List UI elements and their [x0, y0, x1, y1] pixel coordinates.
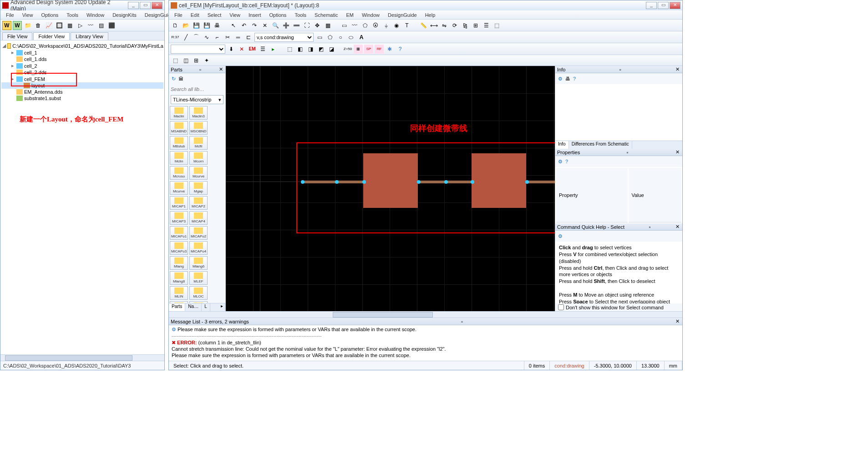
info-close-icon[interactable]: ✕: [675, 66, 680, 72]
tab-na[interactable]: Na…: [185, 303, 202, 311]
part-Mcorn[interactable]: Mcorn: [189, 151, 208, 165]
part-MSOBND[interactable]: MSOBND: [189, 121, 208, 135]
menu-view[interactable]: View: [19, 11, 37, 19]
pin-j2[interactable]: [362, 180, 366, 184]
print2-icon[interactable]: 🖶: [565, 76, 570, 81]
properties-table[interactable]: PropertyValue: [555, 167, 682, 223]
menu-view[interactable]: View: [226, 11, 244, 19]
tab-file-view[interactable]: File View: [2, 32, 32, 40]
3d-icon[interactable]: ⬚: [492, 21, 501, 30]
tree-item-cell_FEM[interactable]: ▸cell_FEM: [1, 76, 163, 82]
tree-collapse-icon[interactable]: ◢: [2, 43, 6, 49]
gear3-icon[interactable]: ⚙: [558, 233, 563, 239]
dont-show-checkbox[interactable]: Don't show this window for Select comman…: [555, 303, 682, 311]
cursor-icon[interactable]: ↖: [229, 21, 238, 30]
3dview2-icon[interactable]: ◨: [306, 45, 315, 54]
circle-icon[interactable]: ○: [336, 33, 345, 42]
sel3-icon[interactable]: ⊞: [192, 56, 201, 65]
ellipse-icon[interactable]: ⬭: [346, 33, 355, 42]
part-MLEF[interactable]: MLEF: [189, 271, 208, 285]
textA-icon[interactable]: A: [357, 33, 366, 42]
ruler-icon[interactable]: 📏: [419, 21, 428, 30]
place-icon[interactable]: ⬇: [227, 45, 236, 54]
history-icon[interactable]: ↻: [172, 76, 176, 82]
tree-item-cell_1-dds[interactable]: cell_1.dds: [1, 56, 163, 62]
tool-sim[interactable]: 〰: [86, 21, 95, 30]
grid-icon[interactable]: ▦: [323, 21, 332, 30]
part-MICAPo1[interactable]: MICAPo1: [170, 226, 188, 240]
tree-item-cell_2-dds[interactable]: cell_2.dds: [1, 69, 163, 76]
menu-options[interactable]: Options: [37, 11, 62, 19]
rf-icon[interactable]: RF: [375, 45, 384, 54]
part-MICAPo3[interactable]: MICAPo3: [170, 241, 188, 255]
part-Mgap[interactable]: Mgap: [189, 181, 208, 195]
menu-select[interactable]: Select: [204, 11, 225, 19]
gear-icon[interactable]: ⚙: [558, 76, 563, 82]
sp2-icon[interactable]: SP: [364, 45, 373, 54]
menu-designkits[interactable]: DesignKits: [109, 11, 140, 19]
tree-item-substrate1-subst[interactable]: substrate1.subst: [1, 95, 163, 101]
3dview4-icon[interactable]: ◪: [327, 45, 336, 54]
menu-window[interactable]: Window: [83, 11, 108, 19]
z50-icon[interactable]: Z=50: [343, 45, 352, 54]
help-pin-icon[interactable]: ▫: [647, 224, 652, 230]
cut-icon[interactable]: ✂: [223, 33, 232, 42]
arc-icon[interactable]: ⌒: [192, 33, 201, 42]
component-select[interactable]: [171, 45, 225, 54]
part-MICAP2[interactable]: MICAP2: [189, 196, 208, 210]
rect-icon[interactable]: ▭: [340, 21, 349, 30]
new-icon[interactable]: 🗋: [171, 21, 180, 30]
canvas-hscroll[interactable]: [169, 311, 682, 318]
tool-dds[interactable]: ▤: [96, 21, 106, 30]
3dview3-icon[interactable]: ◩: [316, 45, 325, 54]
r37-icon[interactable]: R:37: [171, 33, 180, 42]
part-MLOC[interactable]: MLOC: [189, 286, 208, 300]
menu-tools[interactable]: Tools: [63, 11, 82, 19]
line-icon[interactable]: ╱: [181, 33, 190, 42]
help3-icon[interactable]: ?: [565, 159, 568, 164]
pin-j1[interactable]: [335, 180, 339, 184]
layout-minimize-button[interactable]: _: [646, 2, 657, 9]
rotate-icon[interactable]: ⟳: [450, 21, 459, 30]
layers-icon[interactable]: ☰: [482, 21, 491, 30]
redo-icon[interactable]: ↷: [250, 21, 259, 30]
part-MBstub[interactable]: MBstub: [170, 136, 188, 150]
close-button[interactable]: ✕: [152, 2, 162, 9]
polyline-icon[interactable]: ⌐: [213, 33, 222, 42]
layout-close-button[interactable]: ✕: [670, 2, 680, 9]
info-tab-info[interactable]: Info: [555, 141, 569, 149]
tab-parts[interactable]: Parts: [169, 303, 185, 311]
tab-l[interactable]: L: [202, 303, 210, 311]
part-Mlang6[interactable]: Mlang6: [189, 256, 208, 270]
tool-plot[interactable]: 📈: [44, 21, 53, 30]
em-icon[interactable]: EM: [248, 45, 257, 54]
part-Mlang[interactable]: Mlang: [170, 256, 188, 270]
part-Mcurve[interactable]: Mcurve: [170, 181, 188, 195]
msg-pin-icon[interactable]: ▫: [459, 319, 465, 324]
tab-folder-view[interactable]: Folder View: [33, 32, 70, 40]
tstep-icon[interactable]: ⊏: [244, 33, 253, 42]
tool-w1[interactable]: W: [2, 21, 11, 30]
zoomin-icon[interactable]: ➕: [281, 21, 290, 30]
save-icon[interactable]: 💾: [192, 21, 201, 30]
menu-options[interactable]: Options: [265, 11, 290, 19]
saveall-icon[interactable]: 💾: [202, 21, 211, 30]
zoomout-icon[interactable]: ➖: [292, 21, 301, 30]
tool-stop[interactable]: ⬛: [107, 21, 116, 30]
library-icon[interactable]: 🏛: [178, 76, 183, 81]
text-icon[interactable]: T: [402, 21, 411, 30]
layout-titlebar[interactable]: cell_FEM [MyFirstLayout_lib:cell_FEM:lay…: [169, 0, 682, 10]
parts-search-input[interactable]: [171, 86, 234, 92]
part-Mlang8[interactable]: Mlang8: [170, 271, 188, 285]
rect2-icon[interactable]: ▭: [315, 33, 324, 42]
gear2-icon[interactable]: ⚙: [558, 159, 563, 165]
info-tab-diff[interactable]: Differences From Schematic: [569, 141, 632, 149]
tree-item-cell_2[interactable]: ▸cell_2: [1, 62, 163, 69]
tree-root[interactable]: C:\ADS\02_Workspace\01_ADS\ADS2020_Tutor…: [12, 43, 163, 49]
pin-j5[interactable]: [471, 180, 474, 184]
menu-insert[interactable]: Insert: [245, 11, 265, 19]
part-MICAPo2[interactable]: MICAPo2: [189, 226, 208, 240]
part-MICAP3[interactable]: MICAP3: [170, 211, 188, 225]
parts-close-icon[interactable]: ✕: [218, 66, 223, 72]
bug-icon[interactable]: ✱: [385, 45, 394, 54]
